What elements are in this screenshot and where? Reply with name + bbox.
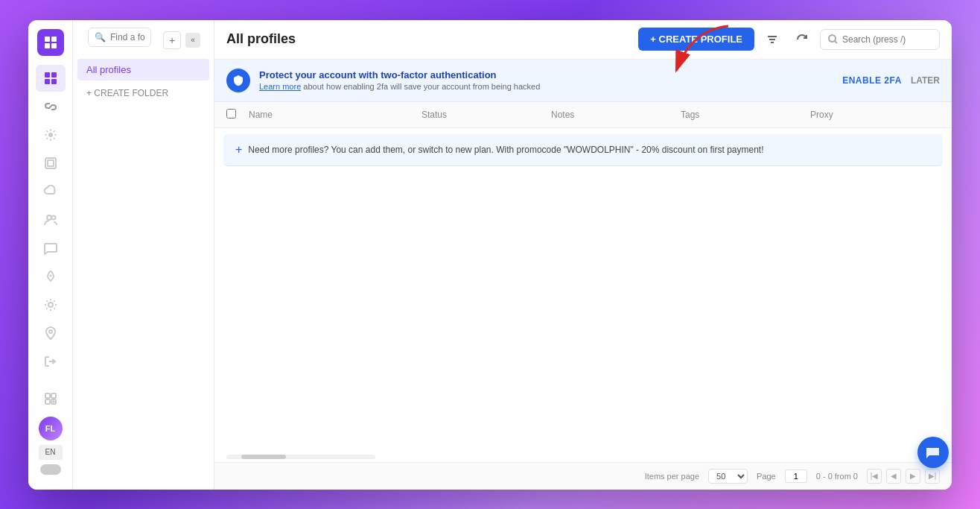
svg-rect-10 bbox=[48, 160, 54, 166]
proxy-column-header: Proxy bbox=[810, 110, 940, 120]
banner-2fa: Protect your account with two-factor aut… bbox=[214, 60, 952, 102]
checkbox-column-header bbox=[226, 108, 249, 121]
bottom-bar: Items per page 50 25 100 Page 0 - 0 from… bbox=[214, 462, 952, 490]
chat-bubble-icon bbox=[926, 445, 941, 460]
folder-search-box[interactable]: 🔍 bbox=[88, 28, 151, 47]
page-title: All profiles bbox=[226, 31, 629, 47]
nav-links[interactable] bbox=[36, 93, 66, 120]
create-folder-button[interactable]: + CREATE FOLDER bbox=[77, 83, 209, 103]
user-avatar[interactable]: FL bbox=[39, 417, 63, 440]
nav-profiles[interactable] bbox=[36, 65, 66, 92]
items-per-page-label: Items per page bbox=[645, 472, 699, 481]
banner-subtitle: Learn more about how enabling 2fa will s… bbox=[259, 82, 833, 91]
page-first-button[interactable]: |◀ bbox=[867, 469, 882, 484]
svg-rect-5 bbox=[51, 72, 57, 78]
folder-search-icon: 🔍 bbox=[95, 32, 106, 42]
banner-container: Protect your account with two-factor aut… bbox=[214, 60, 952, 102]
nav-team[interactable] bbox=[36, 206, 66, 233]
svg-point-14 bbox=[48, 303, 53, 307]
folder-search-input[interactable] bbox=[110, 32, 144, 42]
select-all-checkbox[interactable] bbox=[226, 109, 236, 118]
sidebar-nav bbox=[28, 65, 72, 382]
svg-rect-16 bbox=[45, 393, 50, 398]
svg-rect-1 bbox=[51, 37, 57, 42]
later-button[interactable]: LATER bbox=[911, 75, 940, 86]
name-column-header: Name bbox=[249, 110, 421, 120]
banner-title: Protect your account with two-factor aut… bbox=[259, 69, 833, 80]
shield-icon bbox=[226, 69, 250, 92]
promo-plus-icon: + bbox=[235, 143, 242, 157]
main-content: All profiles + CREATE PROFILE bbox=[214, 20, 952, 490]
horizontal-scrollbar[interactable] bbox=[214, 455, 952, 462]
logo-button[interactable] bbox=[37, 29, 64, 56]
search-icon bbox=[828, 34, 838, 44]
items-per-page-select[interactable]: 50 25 100 bbox=[708, 469, 748, 484]
sidebar-bottom: FL EN bbox=[36, 385, 66, 481]
svg-rect-4 bbox=[45, 72, 50, 78]
svg-point-11 bbox=[47, 215, 51, 220]
svg-rect-0 bbox=[45, 37, 50, 42]
language-button[interactable]: EN bbox=[39, 445, 63, 460]
nav-add-workspace[interactable] bbox=[36, 385, 66, 412]
folder-add-button[interactable]: + bbox=[163, 31, 181, 49]
search-bar[interactable] bbox=[820, 29, 940, 50]
folder-panel: 🔍 + « All profiles + CREATE FOLDER bbox=[73, 20, 214, 490]
search-input[interactable] bbox=[842, 34, 932, 45]
empty-table-area bbox=[214, 172, 952, 455]
tags-column-header: Tags bbox=[681, 110, 810, 120]
create-profile-button[interactable]: + CREATE PROFILE bbox=[638, 28, 754, 51]
promo-text: Need more profiles? You can add them, or… bbox=[248, 145, 763, 155]
dark-mode-toggle[interactable] bbox=[40, 464, 61, 475]
banner-text: Protect your account with two-factor aut… bbox=[259, 69, 833, 91]
page-last-button[interactable]: ▶| bbox=[925, 469, 940, 484]
collapse-button[interactable]: « bbox=[185, 33, 200, 48]
scrollbar-track[interactable] bbox=[226, 455, 375, 459]
svg-point-8 bbox=[48, 133, 53, 137]
scrollbar-thumb[interactable] bbox=[241, 455, 286, 459]
banner-actions: ENABLE 2FA LATER bbox=[842, 75, 940, 86]
page-label: Page bbox=[757, 472, 776, 481]
promo-row[interactable]: + Need more profiles? You can add them, … bbox=[223, 134, 943, 166]
notes-column-header: Notes bbox=[551, 110, 681, 120]
page-input[interactable] bbox=[785, 470, 807, 483]
status-column-header: Status bbox=[421, 110, 551, 120]
topbar: All profiles + CREATE PROFILE bbox=[214, 20, 952, 60]
svg-point-23 bbox=[829, 35, 836, 42]
refresh-button[interactable] bbox=[790, 28, 814, 51]
svg-line-24 bbox=[835, 41, 837, 43]
svg-rect-3 bbox=[51, 43, 57, 48]
nav-rocket[interactable] bbox=[36, 263, 66, 290]
enable-2fa-button[interactable]: ENABLE 2FA bbox=[842, 75, 902, 86]
svg-point-12 bbox=[51, 215, 55, 219]
topbar-actions: + CREATE PROFILE bbox=[638, 28, 940, 51]
nav-extensions[interactable] bbox=[36, 150, 66, 177]
filter-button[interactable] bbox=[760, 28, 784, 51]
svg-rect-7 bbox=[51, 79, 57, 84]
folder-all-profiles[interactable]: All profiles bbox=[77, 59, 209, 80]
nav-automation[interactable] bbox=[36, 121, 66, 148]
pagination: |◀ ◀ ▶ ▶| bbox=[867, 469, 940, 484]
page-next-button[interactable]: ▶ bbox=[906, 469, 920, 484]
icon-sidebar: FL EN bbox=[28, 20, 73, 490]
page-prev-button[interactable]: ◀ bbox=[886, 469, 901, 484]
svg-rect-6 bbox=[45, 79, 50, 84]
svg-point-13 bbox=[49, 274, 51, 276]
svg-rect-2 bbox=[45, 43, 50, 48]
nav-location[interactable] bbox=[36, 320, 66, 347]
svg-rect-18 bbox=[45, 399, 50, 404]
learn-more-link[interactable]: Learn more bbox=[259, 82, 301, 91]
nav-logout[interactable] bbox=[36, 348, 66, 375]
svg-rect-17 bbox=[51, 393, 56, 398]
table-header: Name Status Notes Tags Proxy bbox=[214, 102, 952, 128]
nav-cloud[interactable] bbox=[36, 178, 66, 205]
count-display: 0 - 0 from 0 bbox=[816, 472, 858, 481]
nav-chat[interactable] bbox=[36, 235, 66, 262]
chat-bubble-button[interactable] bbox=[917, 437, 949, 468]
nav-settings[interactable] bbox=[36, 291, 66, 318]
svg-point-15 bbox=[49, 330, 52, 333]
